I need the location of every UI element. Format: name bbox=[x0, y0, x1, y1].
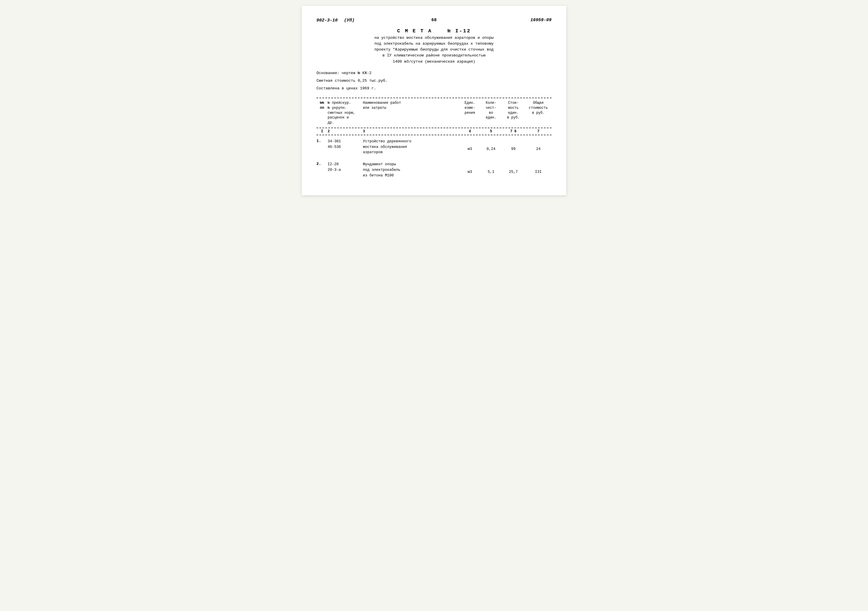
subtitle-line4: в IУ климатическом районе производительн… bbox=[358, 53, 510, 59]
bracket-code: (УП) bbox=[344, 18, 355, 23]
row-code-0: 34-301 46-536 bbox=[328, 138, 363, 150]
col-header-price: Стои- мость един. в руб. bbox=[502, 101, 525, 125]
row-code-1: I2-20 20-3-а bbox=[328, 161, 363, 173]
column-headers: №№ пп № прейскур. № укрупн. сметных норм… bbox=[316, 98, 552, 128]
table-row: 2. I2-20 20-3-а Фундамент опоры под элек… bbox=[316, 158, 552, 180]
idx-5: 5 bbox=[480, 129, 502, 134]
index-row: I 2 3 4 5 7 6 7 bbox=[316, 128, 552, 135]
row-price-1: 25,7 bbox=[502, 161, 525, 174]
idx-4: 4 bbox=[459, 129, 480, 134]
doc-number-right: 16959-09 bbox=[530, 18, 552, 23]
col-header-code: № прейскур. № укрупн. сметных норм, расц… bbox=[328, 101, 363, 125]
sostavlena-text: Составлена в ценах 1969 г. bbox=[316, 85, 552, 92]
subtitle-line5: 1400 м3/сутки (механическая аэрация) bbox=[358, 59, 510, 65]
table-row: 1. 34-301 46-536 Устройство деревянного … bbox=[316, 135, 552, 158]
meta-block: Основание: чертеж № КЖ-2 Сметная стоимос… bbox=[316, 70, 552, 92]
col-header-name: Наименование работ или затраты bbox=[363, 101, 459, 125]
idx-2: 2 bbox=[328, 129, 363, 134]
row-unit-1: м3 bbox=[459, 161, 480, 174]
subtitle-line3: проекту "Аэрируемые биопруды для очистки… bbox=[358, 47, 510, 53]
row-num-0: 1. bbox=[316, 138, 328, 143]
row-name-0: Устройство деревянного мостика обслужива… bbox=[363, 138, 459, 155]
row-name-1: Фундамент опоры под электрокабель из бет… bbox=[363, 161, 459, 178]
row-total-0: 24 bbox=[525, 138, 552, 151]
document-page: 902-3-10 (УП) 68 16959-09 С М Е Т А № I-… bbox=[302, 6, 566, 195]
subtitle-block: на устройство мостика обслуживания аэрат… bbox=[358, 35, 510, 65]
smeta-title: С М Е Т А № I-12 bbox=[316, 28, 552, 34]
row-qty-0: 0,24 bbox=[480, 138, 502, 151]
smetnaya-text: Сметная стоимость 0,25 тыс.руб. bbox=[316, 78, 552, 84]
page-number: 68 bbox=[431, 18, 437, 23]
col-header-total: Общая стоимость в руб. bbox=[525, 101, 552, 125]
idx-1: I bbox=[316, 129, 328, 134]
row-num-1: 2. bbox=[316, 161, 328, 166]
subtitle-line1: на устройство мостика обслуживания аэрат… bbox=[358, 35, 510, 41]
header-row: 902-3-10 (УП) 68 16959-09 bbox=[316, 18, 552, 23]
subtitle-line2: под электрокабель на аэрируемых биопруда… bbox=[358, 41, 510, 47]
row-unit-0: м3 bbox=[459, 138, 480, 151]
doc-code-left: 902-3-10 (УП) bbox=[316, 18, 355, 23]
col-header-num: №№ пп bbox=[316, 101, 328, 125]
osnova-text: Основание: чертеж № КЖ-2 bbox=[316, 70, 552, 76]
idx-7: 7 bbox=[525, 129, 552, 134]
col-header-qty: Коли- чест- во един. bbox=[480, 101, 502, 125]
row-qty-1: 5,1 bbox=[480, 161, 502, 174]
smeta-label: С М Е Т А bbox=[397, 28, 432, 34]
row-total-1: I3I bbox=[525, 161, 552, 174]
col-header-unit: Един. изме- рения bbox=[459, 101, 480, 125]
smeta-number: № I-12 bbox=[448, 28, 471, 34]
idx-3: 3 bbox=[363, 129, 459, 134]
idx-6: 7 6 bbox=[502, 129, 525, 134]
row-price-0: 99 bbox=[502, 138, 525, 151]
table: №№ пп № прейскур. № укрупн. сметных норм… bbox=[316, 98, 552, 180]
doc-code: 902-3-10 bbox=[316, 18, 338, 23]
